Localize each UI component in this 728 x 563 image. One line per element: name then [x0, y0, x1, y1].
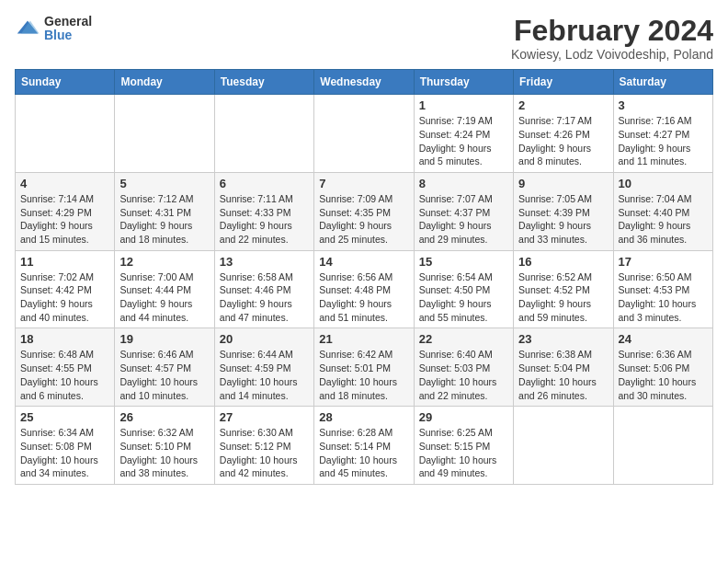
table-row: 29Sunrise: 6:25 AM Sunset: 5:15 PM Dayli…: [414, 407, 513, 485]
col-thursday: Thursday: [414, 70, 513, 95]
table-row: 7Sunrise: 7:09 AM Sunset: 4:35 PM Daylig…: [314, 172, 414, 250]
col-sunday: Sunday: [16, 70, 115, 95]
day-number: 7: [319, 177, 408, 190]
table-row: 1Sunrise: 7:19 AM Sunset: 4:24 PM Daylig…: [414, 95, 513, 173]
day-number: 28: [319, 410, 408, 424]
day-info: Sunrise: 7:00 AM Sunset: 4:44 PM Dayligh…: [119, 270, 209, 325]
day-info: Sunrise: 6:58 AM Sunset: 4:46 PM Dayligh…: [220, 270, 309, 325]
table-row: [115, 95, 214, 173]
month-title: February 2024: [511, 15, 713, 47]
table-row: 24Sunrise: 6:36 AM Sunset: 5:06 PM Dayli…: [613, 328, 712, 407]
col-monday: Monday: [115, 70, 214, 95]
day-number: 4: [20, 177, 109, 190]
day-info: Sunrise: 6:56 AM Sunset: 4:48 PM Dayligh…: [319, 270, 408, 325]
day-number: 25: [20, 410, 109, 424]
day-number: 17: [619, 255, 708, 269]
day-number: 16: [518, 255, 608, 269]
day-info: Sunrise: 7:11 AM Sunset: 4:33 PM Dayligh…: [220, 192, 309, 247]
day-info: Sunrise: 6:28 AM Sunset: 5:14 PM Dayligh…: [319, 426, 408, 480]
day-number: 27: [220, 410, 309, 424]
day-number: 23: [518, 332, 608, 346]
day-number: 8: [419, 177, 508, 190]
table-row: 19Sunrise: 6:46 AM Sunset: 4:57 PM Dayli…: [115, 328, 214, 407]
day-info: Sunrise: 7:16 AM Sunset: 4:27 PM Dayligh…: [619, 114, 708, 168]
day-number: 19: [119, 332, 209, 346]
table-row: 10Sunrise: 7:04 AM Sunset: 4:40 PM Dayli…: [613, 172, 712, 250]
day-info: Sunrise: 7:12 AM Sunset: 4:31 PM Dayligh…: [119, 192, 209, 247]
table-row: 8Sunrise: 7:07 AM Sunset: 4:37 PM Daylig…: [414, 172, 513, 250]
table-row: 4Sunrise: 7:14 AM Sunset: 4:29 PM Daylig…: [16, 172, 115, 250]
day-info: Sunrise: 7:02 AM Sunset: 4:42 PM Dayligh…: [20, 270, 109, 325]
day-info: Sunrise: 6:32 AM Sunset: 5:10 PM Dayligh…: [119, 426, 209, 480]
day-info: Sunrise: 6:25 AM Sunset: 5:15 PM Dayligh…: [419, 426, 508, 480]
day-info: Sunrise: 6:34 AM Sunset: 5:08 PM Dayligh…: [20, 426, 109, 480]
day-number: 22: [419, 332, 508, 346]
table-row: 18Sunrise: 6:48 AM Sunset: 4:55 PM Dayli…: [16, 328, 115, 407]
logo-line2: Blue: [44, 29, 92, 42]
day-info: Sunrise: 6:30 AM Sunset: 5:12 PM Dayligh…: [220, 426, 309, 480]
day-info: Sunrise: 7:04 AM Sunset: 4:40 PM Dayligh…: [619, 192, 708, 247]
table-row: 16Sunrise: 6:52 AM Sunset: 4:52 PM Dayli…: [514, 250, 613, 328]
table-row: 15Sunrise: 6:54 AM Sunset: 4:50 PM Dayli…: [414, 250, 513, 328]
day-number: 14: [319, 255, 408, 269]
table-row: [613, 407, 712, 485]
day-number: 21: [319, 332, 408, 346]
day-number: 13: [220, 255, 309, 269]
calendar-week-row: 11Sunrise: 7:02 AM Sunset: 4:42 PM Dayli…: [16, 250, 713, 328]
calendar-week-row: 18Sunrise: 6:48 AM Sunset: 4:55 PM Dayli…: [16, 328, 713, 407]
calendar-week-row: 4Sunrise: 7:14 AM Sunset: 4:29 PM Daylig…: [16, 172, 713, 250]
logo-icon: [15, 16, 40, 41]
day-info: Sunrise: 6:36 AM Sunset: 5:06 PM Dayligh…: [619, 348, 708, 402]
table-row: [514, 407, 613, 485]
day-info: Sunrise: 6:46 AM Sunset: 4:57 PM Dayligh…: [119, 348, 209, 402]
day-number: 9: [518, 177, 608, 190]
col-friday: Friday: [514, 70, 613, 95]
table-row: [16, 95, 115, 173]
day-info: Sunrise: 6:40 AM Sunset: 5:03 PM Dayligh…: [419, 348, 508, 402]
table-row: 5Sunrise: 7:12 AM Sunset: 4:31 PM Daylig…: [115, 172, 214, 250]
table-row: 21Sunrise: 6:42 AM Sunset: 5:01 PM Dayli…: [314, 328, 414, 407]
table-row: 28Sunrise: 6:28 AM Sunset: 5:14 PM Dayli…: [314, 407, 414, 485]
day-info: Sunrise: 6:44 AM Sunset: 4:59 PM Dayligh…: [220, 348, 309, 402]
calendar-week-row: 25Sunrise: 6:34 AM Sunset: 5:08 PM Dayli…: [16, 407, 713, 485]
table-row: 25Sunrise: 6:34 AM Sunset: 5:08 PM Dayli…: [16, 407, 115, 485]
calendar-header-row: Sunday Monday Tuesday Wednesday Thursday…: [16, 70, 713, 95]
table-row: 20Sunrise: 6:44 AM Sunset: 4:59 PM Dayli…: [214, 328, 313, 407]
day-info: Sunrise: 7:05 AM Sunset: 4:39 PM Dayligh…: [518, 192, 608, 247]
col-wednesday: Wednesday: [314, 70, 414, 95]
table-row: 6Sunrise: 7:11 AM Sunset: 4:33 PM Daylig…: [214, 172, 313, 250]
day-number: 29: [419, 410, 508, 424]
day-info: Sunrise: 6:54 AM Sunset: 4:50 PM Dayligh…: [419, 270, 508, 325]
day-number: 18: [20, 332, 109, 346]
day-number: 11: [20, 255, 109, 269]
calendar-table: Sunday Monday Tuesday Wednesday Thursday…: [15, 69, 713, 485]
day-info: Sunrise: 7:19 AM Sunset: 4:24 PM Dayligh…: [419, 114, 508, 168]
day-info: Sunrise: 6:50 AM Sunset: 4:53 PM Dayligh…: [619, 270, 708, 325]
table-row: 26Sunrise: 6:32 AM Sunset: 5:10 PM Dayli…: [115, 407, 214, 485]
day-info: Sunrise: 6:38 AM Sunset: 5:04 PM Dayligh…: [518, 348, 608, 402]
logo-line1: General: [44, 15, 92, 29]
calendar-week-row: 1Sunrise: 7:19 AM Sunset: 4:24 PM Daylig…: [16, 95, 713, 173]
table-row: 11Sunrise: 7:02 AM Sunset: 4:42 PM Dayli…: [16, 250, 115, 328]
logo-text: General Blue: [44, 15, 92, 43]
day-number: 15: [419, 255, 508, 269]
day-info: Sunrise: 7:07 AM Sunset: 4:37 PM Dayligh…: [419, 192, 508, 247]
day-number: 26: [119, 410, 209, 424]
table-row: 3Sunrise: 7:16 AM Sunset: 4:27 PM Daylig…: [613, 95, 712, 173]
table-row: 9Sunrise: 7:05 AM Sunset: 4:39 PM Daylig…: [514, 172, 613, 250]
logo: General Blue: [15, 15, 92, 43]
table-row: [314, 95, 414, 173]
title-block: February 2024 Kowiesy, Lodz Voivodeship,…: [511, 15, 713, 62]
table-row: 22Sunrise: 6:40 AM Sunset: 5:03 PM Dayli…: [414, 328, 513, 407]
table-row: 13Sunrise: 6:58 AM Sunset: 4:46 PM Dayli…: [214, 250, 313, 328]
day-info: Sunrise: 7:17 AM Sunset: 4:26 PM Dayligh…: [518, 114, 608, 168]
table-row: 23Sunrise: 6:38 AM Sunset: 5:04 PM Dayli…: [514, 328, 613, 407]
table-row: 17Sunrise: 6:50 AM Sunset: 4:53 PM Dayli…: [613, 250, 712, 328]
day-number: 6: [220, 177, 309, 190]
day-number: 20: [220, 332, 309, 346]
table-row: [214, 95, 313, 173]
table-row: 27Sunrise: 6:30 AM Sunset: 5:12 PM Dayli…: [214, 407, 313, 485]
day-number: 2: [518, 98, 608, 112]
table-row: 14Sunrise: 6:56 AM Sunset: 4:48 PM Dayli…: [314, 250, 414, 328]
day-number: 10: [619, 177, 708, 190]
